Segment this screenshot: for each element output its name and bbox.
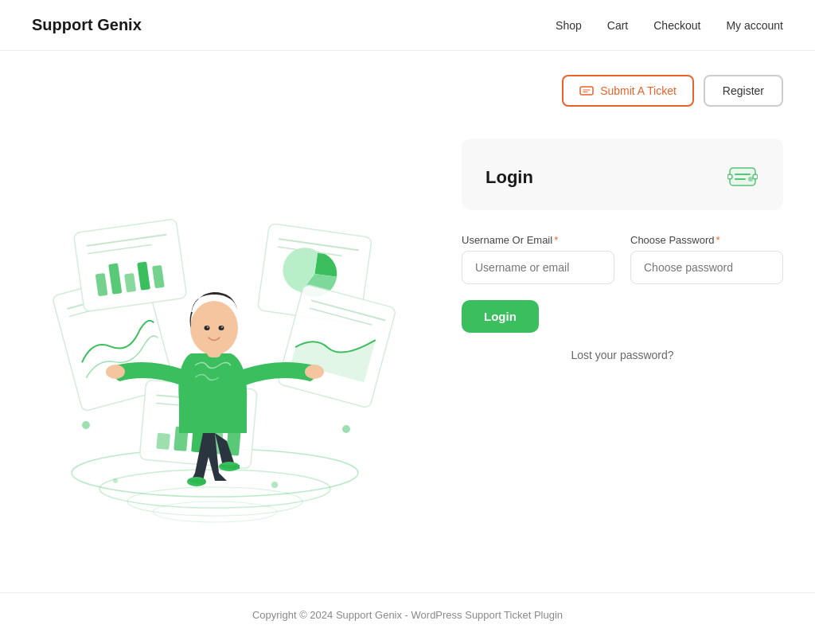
- main-nav: Shop Cart Checkout My account: [556, 19, 783, 32]
- svg-rect-30: [156, 433, 170, 450]
- password-field-group: Choose Password*: [630, 234, 783, 284]
- hero-illustration: [32, 131, 414, 544]
- svg-point-8: [113, 478, 118, 483]
- svg-point-41: [207, 326, 209, 328]
- forgot-password-link[interactable]: Lost your password?: [462, 349, 783, 361]
- footer: Copyright © 2024 Support Genix - WordPre…: [0, 592, 815, 637]
- svg-point-39: [190, 301, 238, 355]
- username-field-group: Username Or Email*: [462, 234, 614, 284]
- nav-checkout[interactable]: Checkout: [653, 19, 700, 32]
- svg-point-47: [727, 174, 732, 179]
- svg-point-46: [748, 177, 753, 181]
- username-required-star: *: [554, 234, 558, 246]
- illustration-svg: [32, 131, 414, 544]
- svg-rect-45: [730, 168, 755, 185]
- login-title: Login: [485, 167, 533, 188]
- svg-point-36: [305, 365, 324, 379]
- username-label: Username Or Email*: [462, 234, 614, 246]
- nav-cart[interactable]: Cart: [607, 19, 628, 32]
- svg-point-42: [219, 326, 224, 330]
- svg-point-40: [205, 326, 210, 330]
- svg-rect-0: [580, 87, 593, 95]
- submit-ticket-button[interactable]: Submit A Ticket: [562, 75, 694, 107]
- password-label: Choose Password*: [630, 234, 783, 246]
- ticket-badge-icon: [727, 163, 758, 192]
- nav-my-account[interactable]: My account: [726, 19, 783, 32]
- svg-point-7: [271, 482, 278, 488]
- footer-copyright: Copyright © 2024 Support Genix - WordPre…: [0, 609, 815, 621]
- site-logo: Support Genix: [32, 16, 142, 34]
- form-fields-row: Username Or Email* Choose Password*: [462, 234, 783, 284]
- password-input[interactable]: [630, 251, 783, 284]
- ticket-icon: [579, 84, 594, 97]
- login-card: Login: [462, 139, 783, 210]
- svg-point-6: [342, 425, 350, 433]
- ticket-icon-badge: [726, 161, 759, 194]
- svg-point-4: [153, 502, 277, 522]
- password-required-star: *: [716, 234, 720, 246]
- svg-point-48: [753, 174, 758, 179]
- svg-point-37: [106, 365, 125, 379]
- login-button[interactable]: Login: [462, 300, 539, 333]
- username-input[interactable]: [462, 251, 614, 284]
- login-form-area: Login Username: [462, 131, 783, 361]
- nav-shop[interactable]: Shop: [556, 19, 582, 32]
- svg-point-5: [82, 421, 90, 429]
- register-button[interactable]: Register: [704, 75, 783, 107]
- svg-rect-12: [73, 219, 187, 312]
- action-buttons-row: Submit A Ticket Register: [32, 51, 783, 115]
- content-area: Login Username: [32, 115, 783, 592]
- site-title: Support Genix: [32, 16, 142, 33]
- svg-point-43: [221, 326, 223, 328]
